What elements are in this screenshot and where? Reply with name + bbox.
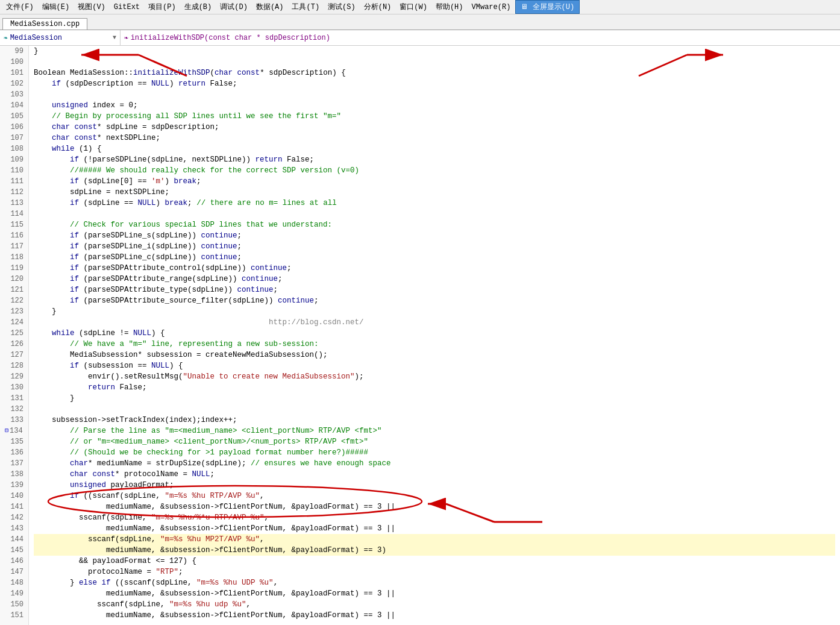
code-line-146: && payloadFormat <= 127) {	[34, 556, 835, 567]
method-name: initializeWithSDP(const char * sdpDescri…	[131, 34, 330, 42]
menubar: 文件(F) 编辑(E) 视图(V) GitExt 项目(P) 生成(B) 调试(…	[0, 0, 840, 14]
code-line-121: if (parseSDPAttribute_type(sdpLine)) con…	[34, 284, 835, 295]
code-line-99: }	[34, 46, 835, 57]
menu-test[interactable]: 测试(S)	[324, 1, 359, 13]
code-line-113: if (sdpLine == NULL) break; // there are…	[34, 198, 835, 209]
menu-help[interactable]: 帮助(H)	[432, 1, 467, 13]
code-line-115: // Check for various special SDP lines t…	[34, 219, 835, 230]
code-line-109: if (!parseSDPLine(sdpLine, nextSDPLine))…	[34, 154, 835, 165]
code-line-101: Boolean MediaSession::initializeWithSDP(…	[34, 68, 835, 78]
code-line-118: if (parseSDPLine_c(sdpLine)) continue;	[34, 252, 835, 263]
menu-build[interactable]: 生成(B)	[181, 1, 216, 13]
menu-view[interactable]: 视图(V)	[74, 1, 109, 13]
code-line-149: mediumName, &subsession->fClientPortNum,…	[34, 588, 835, 599]
code-line-119: if (parseSDPAttribute_control(sdpLine)) …	[34, 263, 835, 274]
menu-data[interactable]: 数据(A)	[252, 1, 287, 13]
code-line-108: while (1) {	[34, 143, 835, 154]
menu-analyze[interactable]: 分析(N)	[360, 1, 395, 13]
code-line-106: char const* sdpLine = sdpDescription;	[34, 122, 835, 133]
code-line-122: if (parseSDPAttribute_source_filter(sdpL…	[34, 295, 835, 306]
code-line-129: envir().setResultMsg("Unable to create n…	[34, 371, 835, 382]
code-editor: 99 100 101 102 103 104 105 106 107 108 1…	[0, 46, 840, 625]
code-line-139: unsigned payloadFormat;	[34, 480, 835, 491]
menu-fullscreen[interactable]: 🖥 全屏显示(U)	[515, 0, 580, 14]
code-line-134: // Parse the line as "m=<medium_name> <c…	[34, 426, 835, 436]
code-line-150: sscanf(sdpLine, "m=%s %hu udp %u",	[34, 599, 835, 610]
code-line-144: sscanf(sdpLine, "m=%s %hu MP2T/AVP %u",	[34, 534, 835, 545]
code-line-120: if (parseSDPAttribute_range(sdpLine)) co…	[34, 274, 835, 284]
menu-vmware[interactable]: VMware(R)	[468, 2, 515, 13]
code-line-145: mediumName, &subsession->fClientPortNum,…	[34, 545, 835, 556]
code-lines: } Boolean MediaSession::initializeWithSD…	[29, 46, 840, 625]
tab-mediasession[interactable]: MediaSession.cpp	[2, 18, 87, 30]
menu-file[interactable]: 文件(F)	[2, 1, 37, 13]
code-line-126: // We have a "m=" line, representing a n…	[34, 339, 835, 350]
code-line-133: subsession->setTrackIndex(index);index++…	[34, 415, 835, 426]
code-line-116: if (parseSDPLine_s(sdpLine)) continue;	[34, 230, 835, 241]
code-line-105: // Begin by processing all SDP lines unt…	[34, 111, 835, 122]
code-line-143: mediumName, &subsession->fClientPortNum,…	[34, 523, 835, 534]
method-dropdown[interactable]: ❧ initializeWithSDP(const char * sdpDesc…	[121, 30, 840, 45]
code-line-151: mediumName, &subsession->fClientPortNum,…	[34, 610, 835, 621]
code-line-123: }	[34, 306, 835, 317]
main-container: 文件(F) 编辑(E) 视图(V) GitExt 项目(P) 生成(B) 调试(…	[0, 0, 840, 625]
class-name: MediaSession	[10, 34, 62, 42]
code-line-124: http://blog.csdn.net/	[34, 317, 835, 328]
code-line-102: if (sdpDescription == NULL) return False…	[34, 78, 835, 89]
code-toolbar: ❧ MediaSession ▼ ❧ initializeWithSDP(con…	[0, 30, 840, 46]
menu-gitext[interactable]: GitExt	[110, 2, 143, 13]
class-dropdown[interactable]: ❧ MediaSession ▼	[0, 30, 121, 45]
code-line-114	[34, 209, 835, 219]
code-line-130: return False;	[34, 382, 835, 393]
code-line-127: MediaSubsession* subsession = createNewM…	[34, 350, 835, 360]
code-line-131: }	[34, 393, 835, 404]
code-line-136: // (Should we be checking for >1 payload…	[34, 447, 835, 458]
code-line-128: if (subsession == NULL) {	[34, 360, 835, 371]
menu-edit[interactable]: 编辑(E)	[39, 1, 74, 13]
code-line-147: protocolName = "RTP";	[34, 567, 835, 577]
code-line-103	[34, 89, 835, 100]
line-numbers: 99 100 101 102 103 104 105 106 107 108 1…	[0, 46, 29, 625]
code-line-141: mediumName, &subsession->fClientPortNum,…	[34, 501, 835, 512]
tabbar: MediaSession.cpp	[0, 14, 840, 30]
class-dropdown-arrow: ▼	[113, 34, 116, 41]
code-line-112: sdpLine = nextSDPLine;	[34, 187, 835, 198]
code-line-111: if (sdpLine[0] == 'm') break;	[34, 176, 835, 187]
code-line-125: while (sdpLine != NULL) {	[34, 328, 835, 339]
code-line-142: sscanf(sdpLine, "m=%s %hu/%*u RTP/AVP %u…	[34, 512, 835, 523]
code-line-132	[34, 404, 835, 415]
code-line-140: if ((sscanf(sdpLine, "m=%s %hu RTP/AVP %…	[34, 491, 835, 501]
menu-debug[interactable]: 调试(D)	[216, 1, 251, 13]
code-line-148: } else if ((sscanf(sdpLine, "m=%s %hu UD…	[34, 577, 835, 588]
code-line-138: char const* protocolName = NULL;	[34, 469, 835, 480]
code-line-135: // or "m=<medium_name> <client_portNum>/…	[34, 436, 835, 447]
code-line-117: if (parseSDPLine_i(sdpLine)) continue;	[34, 241, 835, 252]
code-line-110: //##### We should really check for the c…	[34, 165, 835, 176]
code-line-104: unsigned index = 0;	[34, 100, 835, 111]
menu-tools[interactable]: 工具(T)	[288, 1, 323, 13]
code-line-137: char* mediumName = strDupSize(sdpLine); …	[34, 458, 835, 469]
code-line-107: char const* nextSDPLine;	[34, 133, 835, 143]
code-line-100	[34, 57, 835, 68]
menu-window[interactable]: 窗口(W)	[396, 1, 431, 13]
menu-project[interactable]: 项目(P)	[145, 1, 180, 13]
